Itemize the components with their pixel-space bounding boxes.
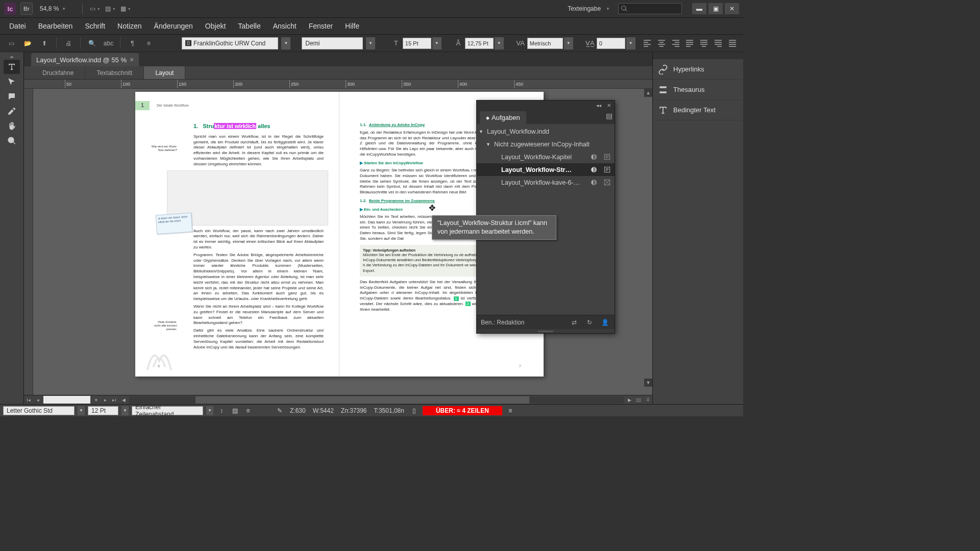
chevron-down-icon[interactable]: ▼ (495, 37, 504, 49)
menu-icon[interactable]: ≡ (505, 407, 516, 414)
status-size-field[interactable]: 12 Pt (88, 406, 118, 415)
type-tool[interactable] (4, 60, 20, 74)
tab-textabschnitt[interactable]: Textabschnitt (85, 66, 144, 79)
assign-icon[interactable]: ⇄ (569, 319, 580, 326)
hand-tool[interactable] (4, 119, 20, 133)
align-right-icon[interactable] (670, 38, 681, 49)
dock-header[interactable] (653, 52, 743, 59)
search-input[interactable] (618, 3, 682, 14)
status-spacing-field[interactable]: Einfacher Zeilenabstand (132, 406, 203, 415)
close-icon[interactable]: ✕ (605, 102, 612, 109)
grabber-icon[interactable]: ⠿ (643, 396, 652, 404)
chevron-down-icon[interactable]: ▼ (366, 37, 375, 49)
heading-1[interactable]: 1. Struktur ist wirklich alles (193, 122, 324, 130)
update-icon[interactable]: ↻ (584, 319, 595, 326)
save-icon[interactable]: ⬆ (38, 37, 51, 49)
align-center-icon[interactable] (656, 38, 667, 49)
align-justify-all-icon[interactable] (727, 38, 738, 49)
menu-icon[interactable]: ≡ (243, 407, 253, 414)
scroll-up-icon[interactable]: ▲ (644, 89, 652, 97)
maximize-button[interactable]: ▣ (708, 3, 723, 14)
menu-hilfe[interactable]: Hilfe (339, 19, 365, 33)
minimize-button[interactable]: ▬ (692, 3, 706, 14)
panel-thesaurus[interactable]: Thesaurus (653, 80, 743, 100)
align-justify-right-icon[interactable] (713, 38, 724, 49)
kerning-field[interactable]: Metrisch (527, 38, 563, 49)
panel-hyperlinks[interactable]: Hyperlinks (653, 59, 743, 80)
print-icon[interactable]: 🖨 (62, 37, 75, 49)
tree-item-selected[interactable]: Layout_Workflow-Str… (477, 163, 615, 176)
arrange-docs[interactable]: ▦▼ (118, 3, 133, 14)
eyedropper-tool[interactable] (4, 104, 20, 118)
panel-resize-handle[interactable] (477, 329, 615, 333)
tracking-field[interactable]: 0 (597, 38, 625, 49)
font-size-field[interactable]: 15 Pt (403, 38, 431, 49)
menu-bearbeiten[interactable]: Bearbeiten (32, 19, 79, 33)
menu-aenderungen[interactable]: Änderungen (148, 19, 199, 33)
first-page-button[interactable]: I◂ (24, 396, 33, 404)
last-page-button[interactable]: ▸I (110, 396, 119, 404)
split-view-icon[interactable]: ▯▯ (634, 396, 643, 404)
scroll-right-icon[interactable]: ▶ (625, 396, 634, 404)
document-tab[interactable]: Layout_Workflow.indd @ 55 % × (31, 53, 139, 66)
menu-fenster[interactable]: Fenster (303, 19, 339, 33)
pilcrow-icon[interactable]: ¶ (126, 37, 139, 49)
panel-bedingter-text[interactable]: Bedingter Text (653, 100, 743, 120)
bridge-icon[interactable]: Br (20, 3, 33, 15)
chevron-down-icon[interactable]: ▼ (432, 37, 442, 49)
close-button[interactable]: ✕ (725, 3, 739, 14)
scroll-left-icon[interactable]: ◀ (119, 396, 128, 404)
zoom-tool[interactable] (4, 134, 20, 148)
menu-ansicht[interactable]: Ansicht (267, 19, 303, 33)
status-font-field[interactable]: Letter Gothic Std (3, 406, 75, 415)
panel-menu-icon[interactable]: ≡ (142, 37, 155, 49)
body-text[interactable]: Dafür gibt es viele Ansätze. Eine sauber… (193, 328, 324, 350)
view-mode-1[interactable]: ▭▼ (88, 3, 102, 14)
column-icon[interactable]: ↕ (216, 407, 227, 414)
chevron-down-icon[interactable]: ▼ (281, 37, 290, 49)
panel-tab-aufgaben[interactable]: ◆Aufgaben (480, 111, 526, 124)
chevron-down-icon[interactable]: ▼ (564, 37, 573, 49)
collapse-icon[interactable]: ◂◂ (595, 102, 602, 109)
tree-item[interactable]: Layout_Workflow-Kapitel (477, 151, 615, 163)
view-mode-2[interactable]: ▤▼ (103, 3, 117, 14)
open-icon[interactable]: 📂 (21, 37, 35, 49)
find-icon[interactable]: 🔍 (86, 37, 99, 49)
close-tab-icon[interactable]: × (130, 56, 134, 64)
note-tool[interactable] (4, 89, 20, 104)
menu-objekt[interactable]: Objekt (199, 19, 232, 33)
panel-menu-icon[interactable]: ▤ (606, 112, 612, 120)
menu-datei[interactable]: Datei (3, 19, 32, 33)
font-family-field[interactable]: 🅾FranklinGothic URW Cond (182, 37, 278, 49)
chevron-down-icon[interactable]: ▼ (78, 406, 85, 415)
chevron-down-icon[interactable]: ▼ (626, 37, 635, 49)
chevron-down-icon[interactable]: ▼ (206, 406, 213, 415)
tab-layout[interactable]: Layout (144, 66, 185, 79)
tree-group[interactable]: ▼Nicht zugewiesener InCopy-Inhalt (477, 138, 615, 151)
prev-page-button[interactable]: ◂ (33, 396, 42, 404)
body-text[interactable]: Spricht man von einem Workflow, ist in d… (193, 134, 324, 167)
font-style-field[interactable]: Demi (302, 37, 363, 49)
tab-druckfahne[interactable]: Druckfahne (31, 66, 85, 79)
chevron-down-icon[interactable]: ▼ (121, 406, 129, 415)
tree-item[interactable]: Layout_Workflow-kave-6-… (477, 176, 615, 189)
align-left-icon[interactable] (642, 38, 653, 49)
document-canvas[interactable]: 1 Der ideale Workflow 1. Struktur ist wi… (33, 89, 652, 395)
list-icon[interactable]: ▤ (230, 407, 240, 414)
menu-notizen[interactable]: Notizen (111, 19, 148, 33)
horizontal-scrollbar[interactable] (129, 396, 624, 404)
chevron-down-icon[interactable]: ▾ (91, 396, 101, 404)
panel-handle[interactable]: ◂▸ (0, 54, 23, 59)
align-justify-left-icon[interactable] (684, 38, 695, 49)
checkout-icon[interactable]: 👤 (599, 319, 610, 326)
align-justify-center-icon[interactable] (698, 38, 709, 49)
menu-tabelle[interactable]: Tabelle (232, 19, 266, 33)
spellcheck-icon[interactable]: abc (102, 37, 115, 49)
body-text[interactable]: Auch ein Workflow, der passt, kann nach … (193, 229, 324, 327)
new-icon[interactable]: ▭ (5, 37, 18, 49)
tree-root[interactable]: ▼Layout_Workflow.indd (477, 125, 615, 138)
scroll-down-icon[interactable]: ▼ (644, 379, 652, 387)
page-number-field[interactable] (43, 396, 90, 404)
workspace-selector[interactable]: Texteingabe ▼ (568, 5, 610, 12)
menu-schrift[interactable]: Schrift (79, 19, 111, 33)
